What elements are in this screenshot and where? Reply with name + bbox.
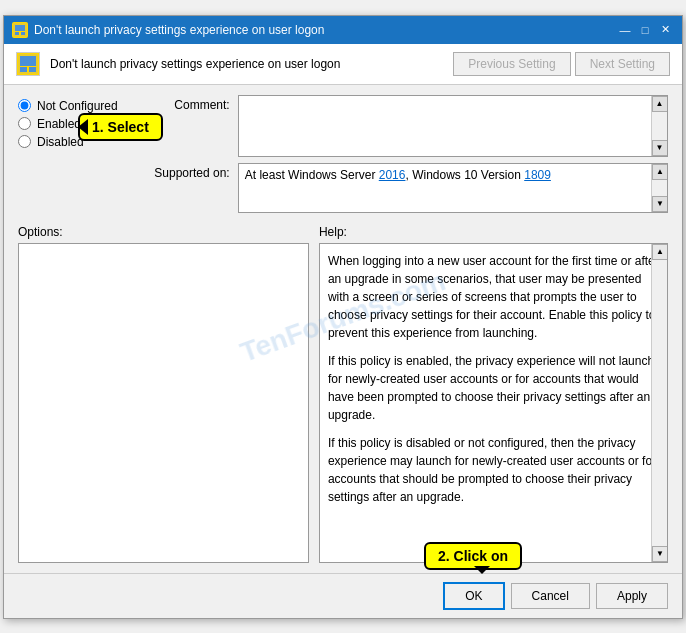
title-bar: Don't launch privacy settings experience… — [4, 16, 682, 44]
enabled-radio[interactable] — [18, 117, 31, 130]
svg-rect-7 — [29, 67, 36, 72]
sup-scroll-down[interactable]: ▼ — [652, 196, 668, 212]
help-label: Help: — [319, 225, 668, 239]
disabled-radio[interactable] — [18, 135, 31, 148]
svg-rect-5 — [20, 56, 36, 66]
svg-rect-6 — [20, 67, 27, 72]
maximize-button[interactable]: □ — [636, 22, 654, 38]
footer: 2. Click on OK Cancel Apply — [4, 573, 682, 618]
options-label: Options: — [18, 225, 309, 239]
previous-setting-button[interactable]: Previous Setting — [453, 52, 570, 76]
not-configured-label: Not Configured — [37, 99, 118, 113]
svg-rect-2 — [15, 32, 19, 35]
svg-rect-1 — [15, 25, 25, 31]
help-scroll-track — [652, 260, 667, 546]
not-configured-radio[interactable] — [18, 99, 31, 112]
comment-row: Comment: ▲ ▼ — [138, 95, 668, 157]
help-scroll-up[interactable]: ▲ — [652, 244, 668, 260]
comment-scrollbar: ▲ ▼ — [651, 96, 667, 156]
title-controls: — □ ✕ — [616, 22, 674, 38]
content-area: Not Configured Enabled 1. Select Disable… — [4, 85, 682, 573]
next-setting-button[interactable]: Next Setting — [575, 52, 670, 76]
supported-row: Supported on: At least Windows Server 20… — [138, 163, 668, 213]
enabled-radio-label[interactable]: Enabled 1. Select — [18, 117, 118, 131]
cancel-button[interactable]: Cancel — [511, 583, 590, 609]
help-box: When logging into a new user account for… — [319, 243, 668, 563]
comment-box: ▲ ▼ — [238, 95, 668, 157]
header-title: Don't launch privacy settings experience… — [50, 57, 443, 71]
options-help-row: Options: Help: When logging into a new u… — [18, 225, 668, 563]
scroll-up-arrow[interactable]: ▲ — [652, 96, 668, 112]
help-p1: When logging into a new user account for… — [328, 252, 659, 342]
help-p2: If this policy is enabled, the privacy e… — [328, 352, 659, 424]
window-icon — [12, 22, 28, 38]
options-section: Options: — [18, 225, 309, 563]
disabled-label: Disabled — [37, 135, 84, 149]
close-button[interactable]: ✕ — [656, 22, 674, 38]
supported-label: Supported on: — [138, 163, 238, 180]
main-window: Don't launch privacy settings experience… — [3, 15, 683, 619]
options-box — [18, 243, 309, 563]
help-scrollbar: ▲ ▼ — [651, 244, 667, 562]
supported-link-2016[interactable]: 2016 — [379, 168, 406, 182]
callout-click-on: 2. Click on — [424, 542, 522, 570]
supported-scrollbar: ▲ ▼ — [651, 164, 667, 212]
nav-buttons: Previous Setting Next Setting — [453, 52, 670, 76]
supported-text: At least Windows Server 2016, Windows 10… — [245, 167, 661, 184]
supported-box: At least Windows Server 2016, Windows 10… — [238, 163, 668, 213]
header-icon — [16, 52, 40, 76]
not-configured-radio-label[interactable]: Not Configured — [18, 99, 118, 113]
comment-textarea[interactable] — [239, 96, 650, 154]
apply-button[interactable]: Apply — [596, 583, 668, 609]
comment-label: Comment: — [138, 95, 238, 112]
svg-rect-3 — [21, 32, 25, 35]
scroll-down-arrow[interactable]: ▼ — [652, 140, 668, 156]
minimize-button[interactable]: — — [616, 22, 634, 38]
title-text: Don't launch privacy settings experience… — [34, 23, 324, 37]
supported-link-1809[interactable]: 1809 — [524, 168, 551, 182]
sup-scroll-up[interactable]: ▲ — [652, 164, 668, 180]
title-bar-left: Don't launch privacy settings experience… — [12, 22, 324, 38]
help-p3: If this policy is disabled or not config… — [328, 434, 659, 506]
callout-select: 1. Select — [78, 113, 163, 141]
header-bar: Don't launch privacy settings experience… — [4, 44, 682, 85]
ok-button[interactable]: OK — [443, 582, 504, 610]
help-scroll-down[interactable]: ▼ — [652, 546, 668, 562]
help-section: Help: When logging into a new user accou… — [319, 225, 668, 563]
